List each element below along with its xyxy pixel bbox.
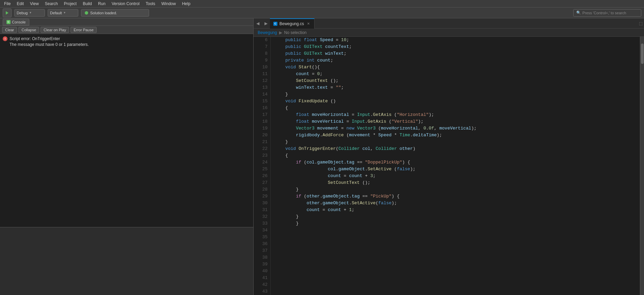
code-line: } xyxy=(275,213,636,220)
menu-project[interactable]: Project xyxy=(61,1,79,7)
line-number: 43 xyxy=(256,288,268,295)
code-line: public GUIText winText; xyxy=(275,50,636,57)
line-number: 10 xyxy=(256,64,268,71)
code-line: public GUIText countText; xyxy=(275,44,636,50)
main-content: C Console Clear Collapse Clear on Play E… xyxy=(0,18,644,295)
search-box[interactable]: 🔍 Press 'Control+,' to search xyxy=(573,9,641,17)
line-number: 28 xyxy=(256,186,268,193)
code-line: { xyxy=(275,105,636,111)
code-editor-body: 6789101112131415161718192021222324252627… xyxy=(254,37,644,295)
tab-expand-button[interactable]: ⬚ xyxy=(637,18,644,29)
line-number: 31 xyxy=(256,207,268,213)
code-line: public float Speed = 10; xyxy=(275,37,636,44)
menu-build[interactable]: Build xyxy=(80,1,95,7)
default-dropdown-arrow: ▼ xyxy=(63,11,66,14)
line-number: 11 xyxy=(256,71,268,77)
menu-search[interactable]: Search xyxy=(42,1,61,7)
svg-marker-0 xyxy=(6,11,9,15)
code-line: winText.text = ""; xyxy=(275,84,636,91)
clear-on-play-button[interactable]: Clear on Play xyxy=(41,27,69,33)
line-number: 26 xyxy=(256,173,268,179)
toolbar: Debug ▼ Default ▼ Solution loaded. 🔍 Pre… xyxy=(0,7,644,18)
line-number: 40 xyxy=(256,268,268,275)
menu-help[interactable]: Help xyxy=(179,1,193,7)
breadcrumb-selection: No selection xyxy=(284,30,307,35)
line-number: 8 xyxy=(256,50,268,57)
bewegung-tab[interactable]: C Bewegung.cs ✕ xyxy=(270,18,315,29)
line-numbers: 6789101112131415161718192021222324252627… xyxy=(254,37,271,295)
scrollbar-thumb[interactable] xyxy=(641,44,644,64)
line-number: 39 xyxy=(256,261,268,268)
default-label: Default xyxy=(50,11,62,15)
breadcrumb-separator: ▶ xyxy=(279,30,282,35)
line-number: 24 xyxy=(256,159,268,166)
menu-file[interactable]: File xyxy=(1,1,13,7)
editor-panel: ◀ ▶ C Bewegung.cs ✕ ⬚ Bewegung ▶ No sele… xyxy=(254,18,644,295)
code-line: SetCountText (); xyxy=(275,77,636,84)
console-header: C Console xyxy=(0,18,253,26)
debug-dropdown[interactable]: Debug ▼ xyxy=(14,9,45,17)
code-line: float moveHorizontal = Input.GetAxis ("H… xyxy=(275,111,636,118)
menu-edit[interactable]: Edit xyxy=(14,1,27,7)
line-number: 16 xyxy=(256,105,268,111)
play-button[interactable] xyxy=(3,8,12,17)
line-number: 25 xyxy=(256,166,268,173)
console-panel: C Console Clear Collapse Clear on Play E… xyxy=(0,18,254,295)
line-number: 42 xyxy=(256,281,268,288)
tab-nav-left[interactable]: ◀ xyxy=(254,18,262,29)
code-line: if (col.gameObject.tag == "DoppelPickUp"… xyxy=(275,159,636,166)
code-line: } xyxy=(275,186,636,193)
menu-view[interactable]: View xyxy=(27,1,42,7)
search-icon: 🔍 xyxy=(576,11,581,15)
line-number: 36 xyxy=(256,241,268,247)
code-line: } xyxy=(275,220,636,227)
code-line: count = count + 1; xyxy=(275,207,636,213)
editor-scrollbar[interactable] xyxy=(640,37,644,295)
status-indicator xyxy=(85,11,88,15)
menu-tools[interactable]: Tools xyxy=(143,1,158,7)
code-line: other.gameObject.SetActive(false); xyxy=(275,200,636,207)
breadcrumb-class[interactable]: Bewegung xyxy=(258,30,277,35)
console-tab[interactable]: C Console xyxy=(3,19,29,25)
collapse-button[interactable]: Collapse xyxy=(18,27,39,33)
code-line: void FixedUpdate () xyxy=(275,98,636,105)
code-line: { xyxy=(275,152,636,159)
search-placeholder: Press 'Control+,' to search xyxy=(582,11,626,15)
line-number: 38 xyxy=(256,254,268,261)
error-pause-button[interactable]: Error Pause xyxy=(70,27,97,33)
code-content[interactable]: public float Speed = 10; public GUIText … xyxy=(271,37,640,295)
code-line: private int count; xyxy=(275,57,636,64)
line-number: 6 xyxy=(256,37,268,44)
line-number: 32 xyxy=(256,213,268,220)
solution-status: Solution loaded. xyxy=(81,9,149,17)
code-line: rigidbody.AddForce (movement * Speed * T… xyxy=(275,132,636,139)
clear-button[interactable]: Clear xyxy=(2,27,17,33)
menu-run[interactable]: Run xyxy=(95,1,108,7)
console-content: ! Script error: OnTriggerEnter The messa… xyxy=(0,34,253,227)
menu-version-control[interactable]: Version Control xyxy=(109,1,142,7)
line-number: 18 xyxy=(256,118,268,125)
code-line: Vector3 movement = new Vector3 (moveHori… xyxy=(275,125,636,132)
default-dropdown[interactable]: Default ▼ xyxy=(48,9,78,17)
tab-close-button[interactable]: ✕ xyxy=(306,21,311,26)
line-number: 15 xyxy=(256,98,268,105)
menu-window[interactable]: Window xyxy=(159,1,179,7)
code-line: void Start(){ xyxy=(275,64,636,71)
line-number: 37 xyxy=(256,247,268,254)
line-number: 29 xyxy=(256,193,268,200)
line-number: 33 xyxy=(256,220,268,227)
debug-dropdown-arrow: ▼ xyxy=(29,11,32,14)
status-text: Solution loaded. xyxy=(90,11,117,15)
error-entry: ! Script error: OnTriggerEnter The messa… xyxy=(3,35,251,48)
tab-nav-right[interactable]: ▶ xyxy=(262,18,270,29)
line-number: 17 xyxy=(256,111,268,118)
debug-label: Debug xyxy=(17,11,28,15)
line-number: 22 xyxy=(256,145,268,152)
code-line: } xyxy=(275,139,636,145)
code-line: SetCountText (); xyxy=(275,179,636,186)
line-number: 35 xyxy=(256,234,268,241)
line-number: 30 xyxy=(256,200,268,207)
line-number: 21 xyxy=(256,139,268,145)
code-line: count = count + 3; xyxy=(275,173,636,179)
console-tab-icon: C xyxy=(6,20,11,24)
